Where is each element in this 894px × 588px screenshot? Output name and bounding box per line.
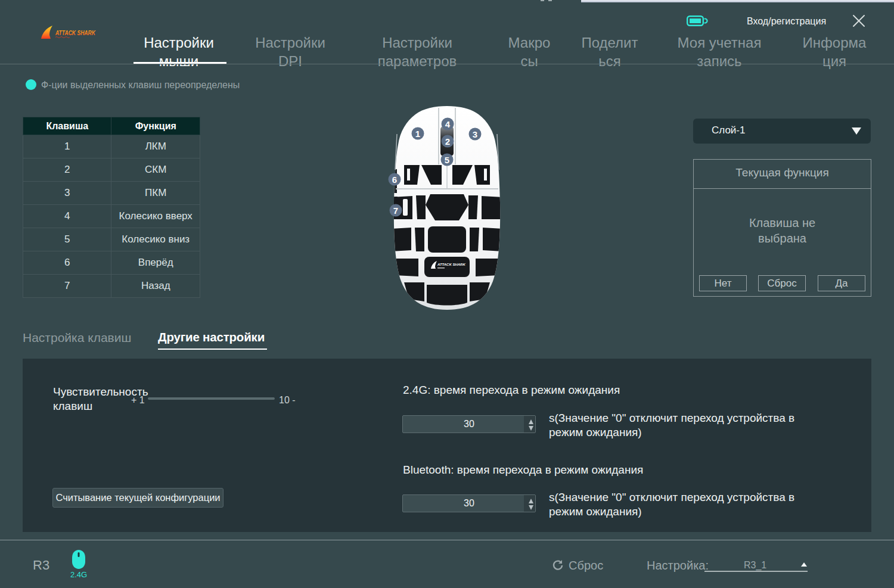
svg-text:2: 2 — [445, 136, 450, 147]
svg-text:ATTACK SHARK: ATTACK SHARK — [437, 263, 465, 266]
svg-text:1: 1 — [415, 129, 420, 139]
svg-text:6: 6 — [392, 175, 397, 185]
svg-text:ATTACK SHARK: ATTACK SHARK — [55, 29, 96, 36]
svg-text:3: 3 — [473, 129, 477, 139]
svg-text:7: 7 — [393, 206, 398, 216]
svg-text:4: 4 — [445, 119, 451, 129]
svg-text:5: 5 — [445, 155, 449, 165]
